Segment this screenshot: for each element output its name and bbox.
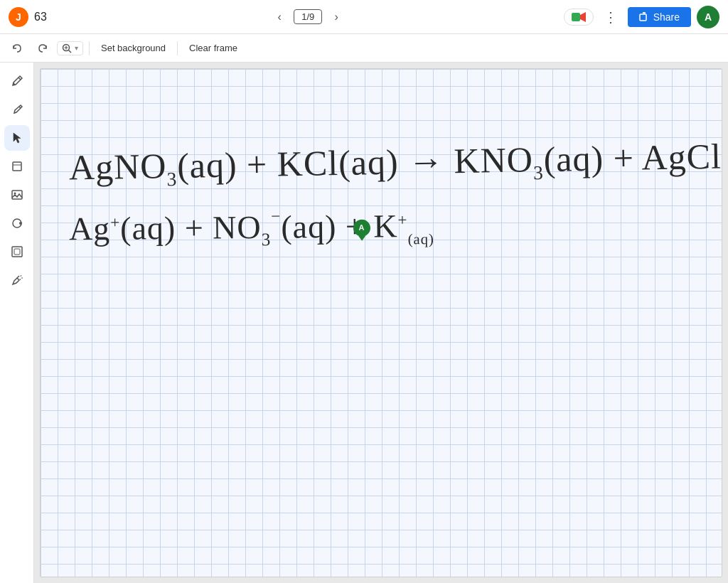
svg-line-5: [69, 50, 72, 53]
svg-line-19: [21, 275, 21, 277]
equation-line-1: AgNO3(aq) + KCl(aq) → KNO3(aq) + AgCl (s…: [69, 134, 722, 192]
select-tool-button[interactable]: [4, 125, 30, 151]
zoom-icon: [62, 43, 72, 53]
meet-icon: [572, 12, 586, 22]
clear-frame-button[interactable]: Clear frame: [183, 40, 243, 56]
svg-point-15: [19, 222, 22, 225]
toolbar-divider: [89, 41, 90, 55]
whiteboard-canvas[interactable]: AgNO3(aq) + KCl(aq) → KNO3(aq) + AgCl (s…: [40, 68, 722, 577]
shape-tool-button[interactable]: [4, 210, 30, 236]
svg-marker-1: [580, 12, 586, 22]
image-icon: [11, 188, 23, 201]
magic-pen-tool-button[interactable]: [4, 267, 30, 293]
undo-icon: [11, 43, 23, 54]
redo-button[interactable]: [31, 37, 54, 60]
collaborator-bubble: A: [353, 219, 370, 236]
redo-icon: [37, 43, 48, 54]
svg-line-9: [19, 107, 21, 108]
equation-line-2: Ag+(aq) + NO3−(aq) + K+(aq) A: [69, 203, 722, 252]
svg-rect-17: [14, 249, 20, 255]
set-background-button[interactable]: Set background: [95, 40, 171, 56]
svg-rect-2: [640, 14, 646, 21]
sticky-note-icon: [11, 160, 23, 173]
zoom-control[interactable]: ▾: [57, 41, 83, 55]
marker-tool-button[interactable]: [4, 97, 30, 122]
canvas-area[interactable]: AgNO3(aq) + KCl(aq) → KNO3(aq) + AgCl (s…: [34, 63, 728, 583]
share-button[interactable]: Share: [628, 7, 691, 27]
zoom-inner[interactable]: ▾: [58, 42, 82, 55]
prev-page-button[interactable]: ‹: [268, 6, 291, 28]
toolbar: ▾ Set background Clear frame: [0, 34, 728, 63]
svg-rect-12: [12, 191, 22, 199]
cursor-tail: [358, 235, 365, 240]
svg-rect-10: [13, 162, 21, 171]
shape-icon: [11, 217, 23, 230]
doc-title[interactable]: 63: [34, 11, 47, 23]
topbar: J 63 ‹ 1/9 › ⋮ Share A: [0, 0, 728, 34]
left-sidebar: [0, 63, 34, 583]
cursor-icon: [11, 132, 23, 144]
undo-button[interactable]: [6, 37, 28, 60]
toolbar-divider-2: [177, 41, 178, 55]
pen-tool-button[interactable]: [4, 68, 30, 94]
frame-icon: [11, 245, 23, 258]
frame-tool-button[interactable]: [4, 239, 30, 264]
svg-line-18: [17, 276, 19, 278]
zoom-caret: ▾: [75, 44, 78, 52]
main-area: AgNO3(aq) + KCl(aq) → KNO3(aq) + AgCl (s…: [0, 63, 728, 583]
svg-rect-0: [572, 13, 580, 21]
equation-content: AgNO3(aq) + KCl(aq) → KNO3(aq) + AgCl (s…: [69, 140, 722, 249]
page-indicator: 1/9: [294, 9, 322, 24]
meet-button[interactable]: [564, 9, 594, 26]
more-options-button[interactable]: ⋮: [599, 6, 622, 28]
svg-line-8: [18, 77, 21, 80]
app-logo: J: [9, 7, 28, 27]
next-page-button[interactable]: ›: [325, 6, 348, 28]
image-tool-button[interactable]: [4, 182, 30, 208]
pen-icon: [11, 75, 23, 87]
sticky-note-tool-button[interactable]: [4, 154, 30, 179]
user-avatar[interactable]: A: [697, 6, 719, 28]
collaborator-cursor: A: [353, 200, 370, 239]
svg-rect-16: [12, 247, 22, 257]
marker-icon: [11, 103, 23, 116]
svg-line-21: [20, 279, 21, 280]
nav-controls: ‹ 1/9 ›: [268, 6, 348, 28]
magic-pen-icon: [11, 274, 23, 287]
share-icon: [639, 12, 649, 22]
